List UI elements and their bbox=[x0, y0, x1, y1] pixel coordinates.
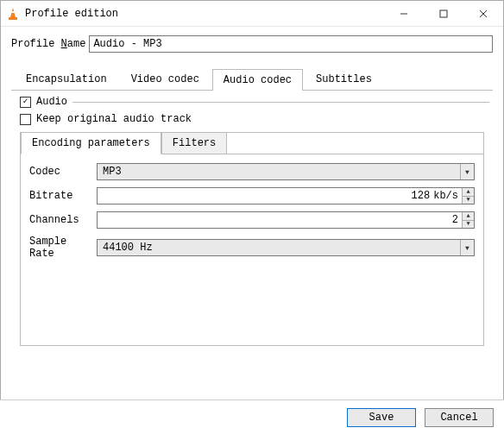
audio-checkbox-label: Audio bbox=[36, 96, 67, 108]
tab-audio-codec[interactable]: Audio codec bbox=[212, 69, 303, 91]
chevron-down-icon: ▼ bbox=[463, 221, 474, 229]
tab-encoding-parameters[interactable]: Encoding parameters bbox=[21, 132, 161, 154]
codec-value: MP3 bbox=[98, 166, 460, 178]
profile-name-label: Profile Name bbox=[11, 38, 85, 50]
minimize-button[interactable] bbox=[384, 1, 424, 27]
audio-checkbox[interactable] bbox=[20, 97, 31, 108]
chevron-down-icon: ▼ bbox=[460, 240, 474, 255]
button-bar: Save Cancel bbox=[0, 399, 504, 434]
sample-rate-combo[interactable]: 44100 Hz ▼ bbox=[97, 239, 475, 256]
window-title: Profile edition bbox=[25, 8, 118, 20]
tab-video-codec[interactable]: Video codec bbox=[120, 68, 211, 90]
maximize-button[interactable] bbox=[424, 1, 463, 27]
bitrate-value: 128 bbox=[98, 188, 433, 204]
main-tabstrip: Encapsulation Video codec Audio codec Su… bbox=[11, 68, 493, 91]
keep-original-checkbox[interactable] bbox=[20, 114, 31, 125]
channels-stepper[interactable]: ▲▼ bbox=[462, 212, 474, 228]
vlc-icon bbox=[6, 7, 20, 21]
tab-filters[interactable]: Filters bbox=[161, 132, 227, 154]
sample-rate-label: Sample Rate bbox=[29, 236, 97, 260]
chevron-down-icon: ▼ bbox=[463, 197, 474, 204]
svg-rect-3 bbox=[440, 10, 447, 17]
bitrate-unit: kb/s bbox=[433, 188, 462, 204]
audio-codec-panel: Audio Keep original audio track Encoding… bbox=[11, 91, 493, 349]
chevron-down-icon: ▼ bbox=[460, 164, 474, 179]
channels-label: Channels bbox=[29, 214, 97, 226]
channels-spin[interactable]: 2 ▲▼ bbox=[97, 211, 475, 229]
chevron-up-icon: ▲ bbox=[463, 188, 474, 197]
title-bar: Profile edition bbox=[1, 1, 503, 27]
save-button[interactable]: Save bbox=[347, 408, 416, 427]
encoding-group: Encoding parameters Filters Codec MP3 ▼ … bbox=[20, 132, 484, 346]
svg-rect-1 bbox=[9, 17, 17, 20]
keep-original-label: Keep original audio track bbox=[36, 113, 192, 125]
separator-line bbox=[72, 102, 489, 103]
bitrate-label: Bitrate bbox=[29, 190, 97, 202]
bitrate-spin[interactable]: 128 kb/s ▲▼ bbox=[97, 187, 475, 204]
tab-subtitles[interactable]: Subtitles bbox=[305, 68, 383, 90]
bitrate-stepper[interactable]: ▲▼ bbox=[462, 188, 474, 204]
sample-rate-value: 44100 Hz bbox=[98, 242, 460, 254]
svg-rect-0 bbox=[11, 11, 16, 13]
cancel-button[interactable]: Cancel bbox=[425, 408, 494, 427]
profile-name-input[interactable] bbox=[89, 35, 493, 53]
close-button[interactable] bbox=[463, 1, 503, 27]
tab-encapsulation[interactable]: Encapsulation bbox=[15, 68, 118, 90]
channels-value: 2 bbox=[98, 212, 462, 228]
codec-label: Codec bbox=[29, 166, 97, 178]
codec-combo[interactable]: MP3 ▼ bbox=[97, 163, 475, 180]
chevron-up-icon: ▲ bbox=[463, 212, 474, 221]
